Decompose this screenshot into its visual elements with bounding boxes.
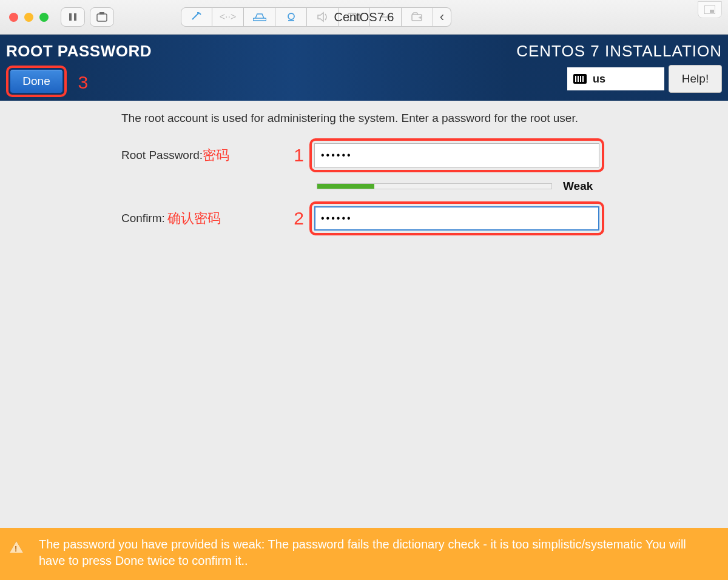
snapshot-button[interactable] — [90, 7, 114, 27]
sound-icon[interactable] — [307, 7, 339, 27]
hard-disk-icon[interactable] — [244, 7, 275, 27]
vm-toolbar: <··> ‹ CentOS7.6 — [0, 0, 728, 35]
warning-icon — [10, 541, 23, 553]
annotation-zh-password: 密码 — [203, 146, 229, 164]
zoom-window-icon[interactable] — [39, 13, 49, 22]
confirm-password-label: Confirm: — [121, 212, 165, 225]
warning-bar: The password you have provided is weak: … — [0, 528, 728, 580]
keyboard-layout-indicator[interactable]: us — [567, 67, 664, 90]
content-area: The root account is used for administeri… — [0, 101, 728, 580]
installer-brand-title: CENTOS 7 INSTALLATION — [516, 42, 722, 61]
annotation-number-1: 1 — [294, 145, 304, 166]
svg-point-6 — [389, 16, 391, 18]
svg-rect-2 — [97, 14, 107, 21]
camera-icon[interactable] — [275, 7, 307, 27]
svg-rect-9 — [710, 10, 714, 13]
root-password-input[interactable] — [314, 143, 599, 167]
keyboard-icon — [573, 74, 587, 84]
root-password-label: Root Password: — [121, 149, 203, 162]
password-strength-meter — [317, 183, 552, 189]
settings-icon[interactable] — [181, 7, 212, 27]
close-window-icon[interactable] — [9, 13, 18, 22]
share-folder-icon[interactable] — [402, 7, 433, 27]
password-strength-label: Weak — [563, 180, 593, 193]
confirm-password-row: Confirm: 确认密码 2 — [0, 201, 728, 235]
root-password-row: Root Password: 密码 1 — [0, 138, 728, 172]
svg-rect-0 — [69, 13, 72, 21]
svg-rect-3 — [99, 12, 104, 15]
svg-rect-5 — [348, 13, 356, 21]
window-controls — [0, 13, 49, 22]
pause-vm-button[interactable] — [61, 7, 85, 27]
usb-icon[interactable] — [370, 7, 402, 27]
picture-in-picture-button[interactable] — [698, 1, 722, 18]
done-button[interactable]: Done — [10, 69, 63, 93]
video-device-icon[interactable] — [339, 7, 370, 27]
annotation-box-2 — [309, 201, 604, 235]
minimize-window-icon[interactable] — [24, 13, 33, 22]
keyboard-layout-label: us — [593, 73, 605, 86]
help-button[interactable]: Help! — [669, 65, 722, 93]
password-strength-row: Weak — [317, 180, 728, 193]
confirm-password-input[interactable] — [314, 206, 599, 231]
back-button[interactable]: ‹ — [433, 7, 451, 27]
annotation-number-2: 2 — [294, 208, 304, 229]
annotation-box-1 — [309, 138, 604, 172]
device-button-group: <··> ‹ — [181, 7, 451, 27]
network-icon[interactable]: <··> — [212, 7, 244, 27]
annotation-zh-confirm: 确认密码 — [167, 209, 221, 228]
explanation-text: The root account is used for administeri… — [0, 101, 728, 125]
installer-header: ROOT PASSWORD Done 3 CENTOS 7 INSTALLATI… — [0, 35, 728, 101]
warning-text: The password you have provided is weak: … — [39, 536, 710, 569]
svg-point-4 — [288, 13, 294, 19]
annotation-number-3: 3 — [78, 72, 88, 93]
svg-rect-1 — [74, 13, 76, 21]
annotation-box-3: Done — [6, 66, 67, 97]
